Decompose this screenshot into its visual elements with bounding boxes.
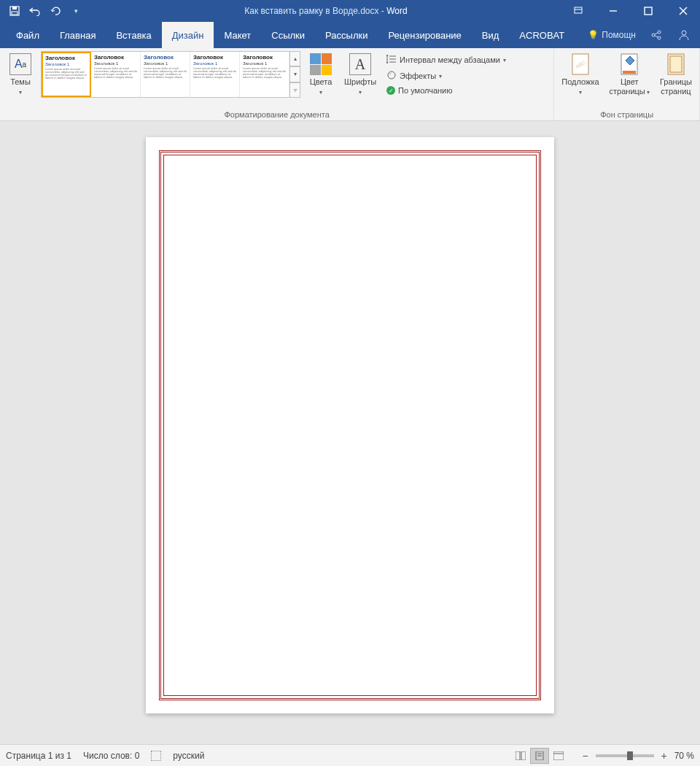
svg-point-13 [682,31,686,35]
page-borders-button[interactable]: Границыстраниц [657,51,695,97]
page-color-icon [618,53,641,76]
svg-point-9 [658,31,661,34]
print-layout-icon[interactable] [530,748,549,764]
save-icon[interactable] [7,4,22,18]
gallery-expand-icon[interactable]: ▿ [290,82,300,98]
colors-label: Цвета [310,77,332,86]
style-gallery-item[interactable]: Заголовок Заголовок 1 Lorem ipsum dolor … [91,52,141,97]
svg-point-18 [389,73,392,75]
svg-rect-2 [12,12,18,15]
ribbon-options-icon[interactable] [561,0,595,22]
fonts-button[interactable]: A Шрифты▾ [341,51,379,97]
style-gallery-item[interactable]: Заголовок Заголовок 1 Lorem ipsum dolor … [141,52,190,97]
svg-rect-26 [521,751,526,760]
status-language[interactable]: русский [173,751,204,761]
svg-line-12 [655,36,658,37]
web-layout-icon[interactable] [549,748,568,764]
view-mode-buttons [511,748,568,764]
paragraph-spacing-label: Интервал между абзацами [400,55,500,64]
set-default-label: По умолчанию [398,86,452,95]
page-borders-icon [664,53,688,76]
tab-review[interactable]: Рецензирование [378,22,471,48]
zoom-in-icon[interactable]: + [658,750,670,762]
colors-button[interactable]: Цвета▾ [305,51,337,97]
document-area[interactable] [0,121,700,744]
zoom-level[interactable]: 70 % [674,751,694,761]
svg-point-10 [658,36,661,39]
style-gallery-item[interactable]: Заголовок Заголовок 1 Lorem ipsum dolor … [42,52,91,97]
watermark-button[interactable]: ABC Подложка▾ [559,51,602,97]
title-bar: ▾ Как вставить рамку в Ворде.docx - Word [0,0,700,22]
svg-line-11 [655,33,658,34]
svg-rect-1 [12,7,17,9]
colors-icon [310,53,332,75]
tab-layout[interactable]: Макет [214,22,261,48]
share-icon[interactable] [649,28,664,42]
proofing-icon[interactable] [151,751,161,761]
tell-me-search[interactable]: 💡 Помощн [588,30,636,40]
tell-me-label: Помощн [602,30,636,40]
read-mode-icon[interactable] [511,748,530,764]
tab-references[interactable]: Ссылки [261,22,315,48]
app-name: Word [386,6,407,16]
close-icon[interactable] [666,0,700,22]
group-document-formatting: Aa Темы▾ Заголовок Заголовок 1 Lorem ips… [0,48,554,120]
tab-view[interactable]: Вид [472,22,510,48]
gallery-scroll-up-icon[interactable]: ▴ [290,51,300,66]
tab-acrobat[interactable]: ACROBAT [509,22,575,48]
user-icon[interactable] [677,28,691,42]
themes-button[interactable]: Aa Темы▾ [4,51,36,97]
zoom-slider[interactable] [596,754,654,757]
status-bar: Страница 1 из 1 Число слов: 0 русский − … [0,744,700,766]
group-page-background: ABC Подложка▾ Цветстраницы ▾ Границыстра… [554,48,700,120]
paragraph-spacing-button[interactable]: Интервал между абзацами ▾ [384,53,509,67]
gallery-scroll-down-icon[interactable]: ▾ [290,66,300,82]
set-default-button[interactable]: ✓ По умолчанию [384,85,509,96]
effects-button[interactable]: Эффекты ▾ [384,69,509,83]
fonts-icon: A [349,53,371,75]
watermark-label: Подложка [561,77,599,86]
window-title: Как вставить рамку в Ворде.docx - Word [90,6,561,16]
svg-rect-30 [553,751,564,760]
svg-rect-5 [645,7,652,15]
formatting-options: Интервал между абзацами ▾ Эффекты ▾ ✓ По… [384,51,509,96]
svg-rect-22 [623,71,636,74]
themes-label: Темы [10,77,31,86]
tab-file[interactable]: Файл [6,22,50,48]
status-word-count[interactable]: Число слов: 0 [83,751,139,761]
svg-rect-25 [516,751,520,760]
tab-design[interactable]: Дизайн [162,22,214,48]
style-gallery: Заголовок Заголовок 1 Lorem ipsum dolor … [41,51,300,98]
quick-access-toolbar: ▾ [0,4,90,18]
tab-mailings[interactable]: Рассылки [315,22,378,48]
document-page[interactable] [146,137,554,713]
fonts-label: Шрифты [344,77,376,86]
effects-label: Эффекты [400,71,436,80]
status-page[interactable]: Страница 1 из 1 [6,751,71,761]
ribbon-tabs: Файл Главная Вставка Дизайн Макет Ссылки… [0,22,700,48]
tab-insert[interactable]: Вставка [106,22,161,48]
svg-rect-3 [575,7,582,13]
maximize-icon[interactable] [631,0,665,22]
svg-point-17 [388,71,395,79]
zoom-out-icon[interactable]: − [580,750,591,762]
page-color-button[interactable]: Цветстраницы ▾ [607,51,653,97]
undo-icon[interactable] [28,4,42,18]
style-gallery-item[interactable]: Заголовок Заголовок 1 Lorem ipsum dolor … [240,52,289,97]
watermark-icon: ABC [569,53,592,76]
window-controls [561,0,700,22]
gallery-scroll: ▴ ▾ ▿ [290,51,300,98]
effects-icon [386,70,397,82]
group-label-formatting: Форматирование документа [4,109,549,119]
tab-home[interactable]: Главная [50,22,106,48]
minimize-icon[interactable] [596,0,630,22]
themes-icon: Aa [9,53,31,75]
page-border-frame [159,150,541,700]
check-icon: ✓ [386,86,395,95]
redo-icon[interactable] [48,4,63,18]
paragraph-spacing-icon [386,54,397,66]
style-gallery-item[interactable]: Заголовок Заголовок 1 Lorem ipsum dolor … [190,52,240,97]
svg-point-8 [652,34,655,36]
qat-customize-icon[interactable]: ▾ [69,4,83,18]
zoom-controls: − + 70 % [580,750,694,762]
